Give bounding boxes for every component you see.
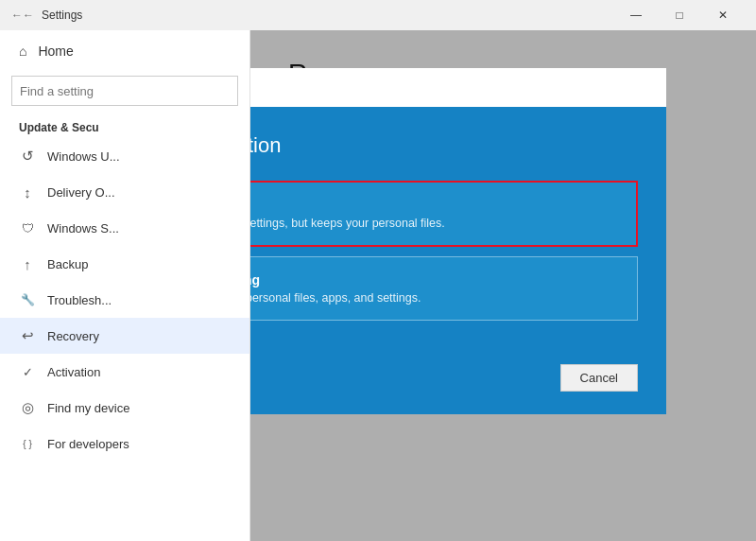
option-remove-everything-title: Remove everything — [250, 272, 618, 288]
title-bar: ← Settings — □ ✕ — [0, 0, 756, 30]
search-input[interactable] — [11, 76, 238, 106]
sidebar-item-label: Delivery O... — [47, 185, 115, 200]
refresh-icon — [19, 148, 36, 165]
sidebar-item-label: Troublesh... — [47, 293, 112, 307]
recovery-icon — [19, 327, 36, 344]
sidebar-item-home[interactable]: Home — [0, 30, 249, 72]
sidebar: Home Update & Secu Windows U... Delivery… — [0, 30, 250, 541]
dialog-overlay: Reset this PC Choose an option Keep my f… — [250, 30, 756, 541]
dev-icon — [19, 435, 36, 452]
sidebar-item-label: Activation — [47, 365, 100, 379]
main-page: Recovery Reset this PC Choose an option … — [250, 30, 756, 541]
sidebar-item-label: Windows S... — [47, 221, 119, 236]
sidebar-item-windows-security[interactable]: Windows S... — [0, 210, 249, 246]
option-remove-everything[interactable]: Remove everything Removes all of your pe… — [250, 256, 638, 321]
option-remove-everything-desc: Removes all of your personal files, apps… — [250, 291, 618, 305]
activation-icon — [19, 363, 36, 380]
option-keep-files[interactable]: Keep my files Removes apps and settings,… — [250, 181, 638, 247]
sidebar-item-windows-update[interactable]: Windows U... — [0, 138, 249, 174]
maximize-button[interactable]: □ — [658, 0, 701, 30]
content-area: Home Update & Secu Windows U... Delivery… — [0, 30, 756, 541]
option-keep-files-desc: Removes apps and settings, but keeps you… — [250, 217, 617, 230]
sidebar-item-backup[interactable]: Backup — [0, 246, 249, 282]
option-keep-files-title: Keep my files — [250, 198, 617, 213]
window-title: Settings — [42, 9, 82, 22]
settings-window: ← Settings — □ ✕ Home Update & Secu Wind… — [0, 0, 756, 541]
sidebar-item-delivery[interactable]: Delivery O... — [0, 174, 249, 210]
reset-dialog: Reset this PC Choose an option Keep my f… — [250, 68, 666, 414]
shield-icon — [19, 219, 36, 236]
sidebar-item-label: Windows U... — [47, 149, 120, 164]
sidebar-item-label: Find my device — [47, 401, 129, 415]
dialog-tab-bar: Reset this PC — [250, 68, 666, 107]
dialog-heading: Choose an option — [250, 133, 638, 158]
sidebar-item-recovery[interactable]: Recovery — [0, 318, 249, 354]
find-icon — [19, 399, 36, 416]
sidebar-item-label: Recovery — [47, 329, 99, 343]
sidebar-item-troubleshoot[interactable]: Troublesh... — [0, 282, 249, 318]
troubleshoot-icon — [19, 291, 36, 308]
sidebar-section-label: Update & Secu — [0, 113, 249, 138]
close-button[interactable]: ✕ — [701, 0, 745, 30]
sidebar-item-activation[interactable]: Activation — [0, 354, 249, 390]
home-icon — [19, 44, 26, 59]
backup-icon — [19, 255, 36, 272]
window-controls: — □ ✕ — [614, 0, 745, 30]
title-bar-left: ← Settings — [11, 9, 82, 22]
dialog-footer: Help me choose Cancel — [250, 349, 666, 414]
sidebar-item-for-developers[interactable]: For developers — [0, 426, 249, 462]
cancel-button[interactable]: Cancel — [560, 364, 638, 392]
sidebar-home-label: Home — [38, 44, 73, 59]
back-button[interactable]: ← — [11, 9, 34, 22]
minimize-button[interactable]: — — [614, 0, 658, 30]
delivery-icon — [19, 183, 36, 201]
dialog-body: Choose an option Keep my files Removes a… — [250, 107, 666, 349]
sidebar-search-container — [11, 76, 238, 106]
sidebar-item-label: For developers — [47, 437, 129, 451]
sidebar-item-find-my-device[interactable]: Find my device — [0, 390, 249, 426]
sidebar-item-label: Backup — [47, 257, 88, 271]
